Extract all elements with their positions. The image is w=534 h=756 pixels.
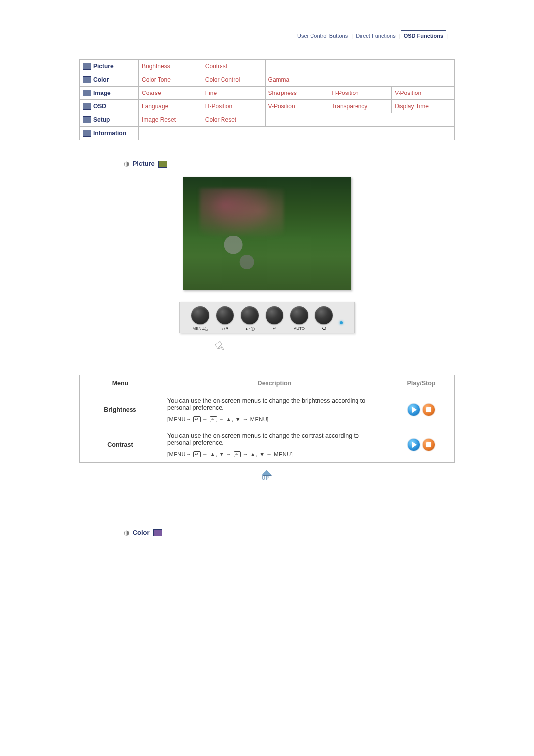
- pointing-hand-icon: ☟: [213, 338, 227, 356]
- power-led-icon: [340, 321, 343, 324]
- color-icon: [83, 76, 91, 83]
- stop-button[interactable]: [423, 439, 435, 451]
- information-icon: [83, 130, 91, 137]
- section-heading-color: ◑ Color: [124, 529, 455, 537]
- divider: [79, 514, 455, 514]
- stop-button[interactable]: [423, 404, 435, 416]
- cat-osd[interactable]: OSD: [93, 103, 106, 110]
- link-h-position-osd[interactable]: H-Position: [202, 100, 265, 113]
- picture-description-table: Menu Description Play/Stop Brightness Yo…: [79, 375, 455, 463]
- th-description: Description: [161, 375, 388, 392]
- panel-btn-power[interactable]: [315, 306, 333, 324]
- tab-separator: |: [446, 33, 448, 39]
- sample-photo: [183, 177, 351, 290]
- row-brightness-seq: [MENU→ ↵ → ↵ → ▲, ▼ → MENU]: [167, 416, 382, 422]
- link-sharpness[interactable]: Sharpness: [265, 87, 328, 100]
- th-playstop: Play/Stop: [388, 375, 455, 392]
- monitor-button-panel: MENU/␣ ☼/▼ ▲/ ⓘ ↵ AUTO ⏻: [179, 302, 355, 333]
- enter-key-icon: ↵: [193, 451, 201, 457]
- cat-picture[interactable]: Picture: [93, 63, 114, 70]
- picture-section-icon: [158, 161, 167, 168]
- row-contrast-desc: You can use the on-screen menus to chang…: [161, 427, 388, 462]
- row-contrast-seq: [MENU→ ↵ → ▲, ▼ → ↵ → ▲, ▼ → MENU]: [167, 451, 382, 457]
- enter-key-icon: ↵: [234, 451, 241, 457]
- tab-separator: |: [399, 33, 400, 39]
- row-contrast-label: Contrast: [80, 427, 161, 462]
- link-brightness[interactable]: Brightness: [139, 60, 202, 73]
- section-heading-picture: ◑ Picture: [124, 160, 455, 168]
- link-h-position[interactable]: H-Position: [328, 87, 392, 100]
- picture-icon: [83, 63, 91, 70]
- enter-key-icon: ↵: [193, 416, 201, 422]
- cat-setup[interactable]: Setup: [93, 116, 110, 123]
- play-button[interactable]: [408, 404, 420, 416]
- link-v-position[interactable]: V-Position: [392, 87, 455, 100]
- link-fine[interactable]: Fine: [202, 87, 265, 100]
- color-section-icon: [153, 529, 162, 536]
- cat-color[interactable]: Color: [93, 76, 109, 83]
- link-v-position-osd[interactable]: V-Position: [265, 100, 328, 113]
- cat-information[interactable]: Information: [93, 130, 126, 137]
- tab-direct-functions[interactable]: Direct Functions: [356, 33, 395, 39]
- link-transparency[interactable]: Transparency: [328, 100, 392, 113]
- panel-btn-auto[interactable]: [290, 306, 308, 324]
- image-icon: [83, 90, 91, 96]
- link-color-control[interactable]: Color Control: [202, 73, 265, 87]
- enter-key-icon: ↵: [210, 416, 217, 422]
- osd-icon: [83, 103, 91, 110]
- tab-osd-functions[interactable]: OSD Functions: [404, 33, 443, 39]
- link-coarse[interactable]: Coarse: [139, 87, 202, 100]
- up-link[interactable]: UP: [259, 470, 275, 482]
- link-gamma[interactable]: Gamma: [265, 73, 328, 87]
- top-nav: User Control Buttons | Direct Functions …: [79, 30, 455, 45]
- link-language[interactable]: Language: [139, 100, 202, 113]
- panel-btn-up-info[interactable]: [241, 306, 259, 324]
- panel-btn-bright-down[interactable]: [216, 306, 234, 324]
- panel-btn-menu[interactable]: [191, 306, 209, 324]
- cat-image[interactable]: Image: [93, 90, 111, 96]
- link-contrast[interactable]: Contrast: [202, 60, 265, 73]
- tab-separator: |: [351, 33, 353, 39]
- th-menu: Menu: [80, 375, 161, 392]
- link-color-reset[interactable]: Color Reset: [202, 113, 265, 127]
- tab-user-control[interactable]: User Control Buttons: [297, 33, 348, 39]
- row-brightness-label: Brightness: [80, 392, 161, 427]
- link-color-tone[interactable]: Color Tone: [139, 73, 202, 87]
- panel-btn-enter[interactable]: [266, 306, 283, 324]
- row-brightness-desc: You can use the on-screen menus to chang…: [161, 392, 388, 427]
- link-image-reset[interactable]: Image Reset: [139, 113, 202, 127]
- setup-icon: [83, 116, 91, 123]
- play-button[interactable]: [408, 439, 420, 451]
- link-display-time[interactable]: Display Time: [392, 100, 455, 113]
- osd-menu-grid: Picture Brightness Contrast Color Color …: [79, 59, 455, 140]
